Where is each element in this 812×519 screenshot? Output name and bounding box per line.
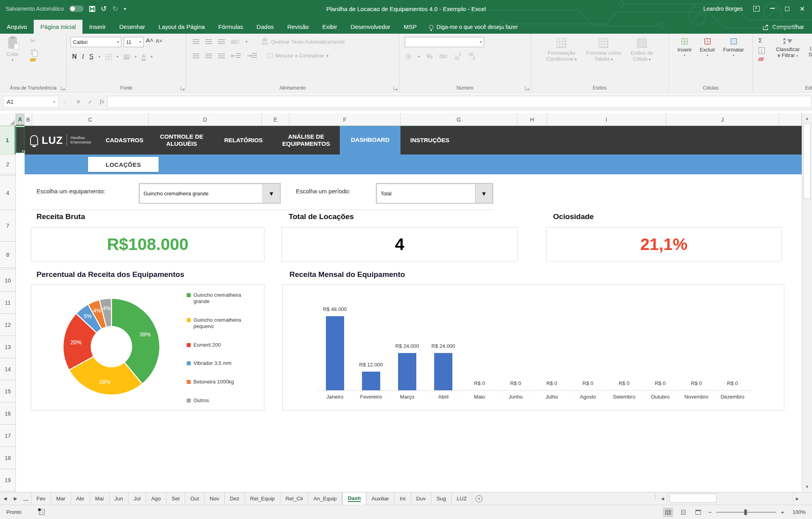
align-right-icon[interactable] — [218, 53, 225, 58]
number-dialog-launcher-icon[interactable] — [525, 86, 529, 90]
sheet-prev-icon[interactable]: ◀ — [0, 492, 10, 505]
period-dropdown-button[interactable]: ▼ — [475, 184, 492, 203]
column-header-f[interactable]: F — [289, 113, 400, 126]
sheet-tab-mai[interactable]: Mai — [90, 492, 109, 505]
zoom-slider-thumb[interactable] — [744, 509, 747, 515]
tab-formulas[interactable]: Fórmulas — [212, 20, 250, 34]
row-header-8[interactable]: 8 — [0, 242, 15, 268]
sheet-tab-rel-cli[interactable]: Rel_Cli — [280, 492, 308, 505]
sheet-tab-set[interactable]: Set — [167, 492, 185, 505]
sheet-tab-fev[interactable]: Fev — [31, 492, 51, 505]
nav-item-relatorios[interactable]: RELATÓRIOS — [212, 126, 275, 155]
legend-item-betoneira-1000kg[interactable]: Betoneira 1000kg — [187, 379, 262, 385]
scroll-right-icon[interactable]: ▶ — [793, 496, 802, 501]
font-size-combo[interactable]: 11▾ — [124, 37, 144, 47]
sort-filter-button[interactable]: AZ Classificar e Filtrar ▾ — [776, 38, 800, 59]
font-name-combo[interactable]: Calibri▾ — [71, 37, 121, 47]
row-header-1[interactable]: 1 — [0, 126, 15, 155]
cell-styles-button[interactable]: Estilos de Célula ▾ — [630, 38, 653, 82]
insert-cells-button[interactable]: Inserir ▾ — [678, 38, 692, 82]
increase-indent-icon[interactable]: ⇥ — [247, 52, 257, 59]
tab-layout-da-pagina[interactable]: Layout da Página — [152, 20, 212, 34]
macro-record-icon[interactable] — [39, 509, 45, 515]
number-format-combo[interactable]: ▾ — [405, 37, 484, 47]
row-header-18[interactable]: 18 — [0, 447, 15, 469]
formula-input[interactable] — [107, 96, 811, 108]
vertical-scroll-thumb[interactable] — [803, 124, 811, 199]
column-header-e[interactable]: E — [262, 113, 289, 126]
bar-abril[interactable] — [434, 353, 452, 390]
nav-item-controle-de-alugueis[interactable]: CONTROLE DE ALUGUÉIS — [150, 126, 213, 155]
bar-marco[interactable] — [398, 353, 416, 390]
horizontal-scrollbar[interactable]: ◀ ▶ — [658, 492, 802, 504]
restore-icon[interactable] — [785, 7, 789, 11]
bar-fevereiro[interactable] — [362, 372, 380, 390]
page-layout-view-button[interactable] — [678, 508, 688, 517]
clear-icon[interactable] — [758, 57, 764, 61]
cancel-entry-icon[interactable]: ✕ — [76, 99, 81, 105]
align-top-icon[interactable] — [193, 39, 199, 44]
sheet-tab-mar[interactable]: Mar — [51, 492, 71, 505]
sheet-tab-duv[interactable]: Duv — [411, 492, 431, 505]
zoom-in-icon[interactable]: + — [781, 509, 784, 515]
row-header-2[interactable]: 2 — [0, 155, 15, 174]
column-header-a[interactable]: A — [16, 113, 25, 126]
row-header-14[interactable]: 14 — [0, 358, 15, 380]
font-dialog-launcher-icon[interactable] — [180, 86, 185, 90]
nav-item-cadastros[interactable]: CADASTROS — [93, 126, 156, 155]
tab-inserir[interactable]: Inserir — [82, 20, 113, 34]
accounting-format-icon[interactable]: $ — [406, 54, 411, 59]
tab-dados[interactable]: Dados — [250, 20, 280, 34]
add-sheet-button[interactable]: + — [472, 492, 486, 505]
horizontal-scroll-thumb[interactable] — [670, 494, 716, 503]
sheet-tab-dez[interactable]: Dez — [225, 492, 245, 505]
column-header-d[interactable]: D — [149, 113, 262, 126]
legend-item-guincho-cremalheira-grande[interactable]: Guincho cremalheira grande — [187, 292, 262, 305]
ribbon-display-options-icon[interactable] — [753, 6, 760, 11]
decrease-font-icon[interactable]: A˅ — [156, 38, 162, 47]
align-left-icon[interactable] — [193, 53, 199, 58]
undo-icon[interactable]: ↺ — [101, 5, 107, 12]
bold-button[interactable]: N — [72, 53, 77, 60]
nav-item-analise-de-equipamentos[interactable]: ANÁLISE DE EQUIPAMENTOS — [272, 126, 340, 155]
row-header-10[interactable]: 10 — [0, 269, 15, 292]
sheet-tab-out[interactable]: Out — [185, 492, 205, 505]
align-center-icon[interactable] — [205, 53, 212, 58]
column-header-b[interactable]: B — [25, 113, 32, 126]
scroll-up-icon[interactable]: ▲ — [802, 113, 812, 123]
active-cell-a1[interactable] — [16, 127, 25, 153]
decrease-indent-icon[interactable]: ⇤ — [231, 52, 241, 59]
row-header-15[interactable]: 15 — [0, 380, 15, 403]
legend-item-outros[interactable]: Outros — [187, 397, 262, 404]
column-header-j[interactable]: J — [666, 113, 779, 126]
copy-icon[interactable] — [31, 49, 35, 54]
cut-icon[interactable]: ✂ — [30, 37, 36, 45]
user-name[interactable]: Leandro Borges — [703, 6, 743, 12]
bar-janeiro[interactable] — [326, 316, 344, 390]
customize-qat-icon[interactable]: ▾ — [124, 7, 126, 11]
tell-me-box[interactable]: Diga-me o que você deseja fazer — [423, 20, 523, 34]
legend-item-vibrador-3-5-mm[interactable]: Vibrador 3,5 mm — [187, 360, 262, 366]
row-header-19[interactable]: 19 — [0, 469, 15, 491]
sheet-tab-rel-equip[interactable]: Rel_Equip — [245, 492, 280, 505]
sheet-tab-jul[interactable]: Jul — [128, 492, 146, 505]
tab-desenvolvedor[interactable]: Desenvolvedor — [344, 20, 397, 34]
sheet-tab-ini[interactable]: Ini — [395, 492, 411, 505]
row-header-17[interactable]: 17 — [0, 425, 15, 447]
clipboard-dialog-launcher-icon[interactable] — [61, 86, 65, 90]
redo-icon[interactable]: ↻ — [112, 5, 118, 12]
row-header-4[interactable]: 4 — [0, 176, 15, 210]
conditional-formatting-button[interactable]: Formatação Condicional ▾ — [546, 38, 576, 82]
tab-exibir[interactable]: Exibir — [316, 20, 344, 34]
row-header-7[interactable]: 7 — [0, 210, 15, 242]
scroll-left-icon[interactable]: ◀ — [658, 496, 667, 501]
font-color-icon[interactable]: A — [142, 53, 146, 61]
vertical-scrollbar[interactable]: ▲ ▼ — [802, 113, 812, 491]
comma-style-icon[interactable]: 000 — [439, 54, 447, 59]
fill-icon[interactable]: ↓ — [758, 47, 765, 54]
autosum-icon[interactable]: Σ — [758, 37, 762, 44]
orientation-icon[interactable]: ab⤴ — [231, 38, 240, 45]
format-as-table-button[interactable]: Formatar como Tabela ▾ — [586, 38, 621, 82]
increase-font-icon[interactable]: A˄ — [146, 37, 153, 47]
wrap-text-button[interactable]: abc↵ Quebrar Texto Automaticamente — [262, 38, 345, 46]
